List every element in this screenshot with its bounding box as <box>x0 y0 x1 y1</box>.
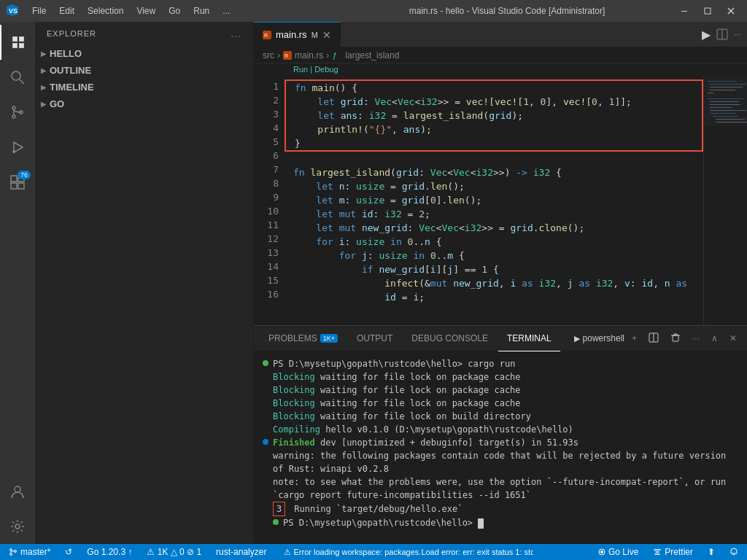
panel-tab-output[interactable]: OUTPUT <box>348 326 401 351</box>
breadcrumb-src[interactable]: src <box>263 50 274 61</box>
sidebar-hello-label: HELLO <box>50 48 82 59</box>
status-prettier[interactable]: Prettier <box>650 547 696 557</box>
symbol-icon: ƒ <box>332 51 341 60</box>
terminal-dot-green-2 <box>273 519 279 525</box>
status-error-message[interactable]: ! ⚠ Error loading workspace: packages.Lo… <box>278 548 533 557</box>
source-control-icon[interactable] <box>0 95 35 130</box>
panel-chevron-up[interactable]: ∧ <box>707 332 722 345</box>
status-sync[interactable]: ↺ <box>62 547 75 557</box>
code-content[interactable]: fn main() { let grid: Vec<Vec<i32>> = ve… <box>285 75 703 325</box>
terminal-label: TERMINAL <box>507 333 551 343</box>
sidebar-header: EXPLORER ... <box>35 22 253 45</box>
breadcrumb: src › R main.rs › ƒ largest_island <box>254 47 747 63</box>
terminal-line-running: 3 Running `target/debug/hello.exe` <box>263 502 738 516</box>
minimize-button[interactable] <box>674 1 694 21</box>
breadcrumb-file[interactable]: main.rs <box>295 50 323 61</box>
error-text: ⚠ Error loading workspace: packages.Load… <box>284 548 533 557</box>
run-debug-activity-icon[interactable] <box>0 130 35 165</box>
terminal-line-prompt: PS D:\mysetup\gopath\rustcode\hello> car… <box>263 357 738 370</box>
panel-tab-debug-console[interactable]: DEBUG CONSOLE <box>403 326 497 351</box>
code-line-1: fn main() { <box>286 81 702 95</box>
sidebar-item-hello[interactable]: ▶ HELLO <box>35 45 253 62</box>
minimap <box>703 75 747 325</box>
status-problems-count[interactable]: ⚠ 1K △ 0 ⊘ 1 <box>144 547 204 557</box>
close-button[interactable] <box>721 1 741 21</box>
menu-file[interactable]: File <box>26 4 52 18</box>
terminal-content[interactable]: PS D:\mysetup\gopath\rustcode\hello> car… <box>254 351 747 544</box>
status-branch[interactable]: master* <box>6 547 53 557</box>
sidebar-item-go[interactable]: ▶ GO <box>35 96 253 112</box>
code-line-12: for i: usize in 0..n { <box>285 235 703 249</box>
panel-close-button[interactable]: ✕ <box>725 332 741 345</box>
code-line-5: } <box>286 136 702 150</box>
breadcrumb-symbol[interactable]: largest_island <box>345 50 399 61</box>
menu-run[interactable]: Run <box>187 4 215 18</box>
terminal-line-blocking-1: Blocking waiting for file lock on packag… <box>263 370 738 384</box>
svg-point-9 <box>12 115 15 118</box>
svg-point-50 <box>10 553 12 556</box>
explorer-icon[interactable] <box>0 25 35 60</box>
tab-label: main.rs <box>276 29 307 40</box>
svg-marker-11 <box>14 142 23 152</box>
panel-add-button[interactable]: + <box>627 332 641 345</box>
terminal-line-blocking-2: Blocking waiting for file lock on packag… <box>263 384 738 397</box>
panel-tab-terminal[interactable]: TERMINAL <box>498 326 560 351</box>
menu-view[interactable]: View <box>131 4 161 18</box>
terminal-blocking-2: Blocking waiting for file lock on packag… <box>273 384 521 397</box>
code-editor[interactable]: 1 2 3 4 5 6 7 8 9 10 11 12 13 14 15 16 <box>254 75 747 325</box>
account-icon[interactable] <box>0 474 35 509</box>
code-line-7: fn largest_island(grid: Vec<Vec<i32>>) -… <box>285 166 703 179</box>
tab-close-button[interactable]: ✕ <box>322 29 331 41</box>
go-live-icon <box>598 548 605 556</box>
status-rust-analyzer[interactable]: rust-analyzer <box>213 547 269 557</box>
panel-tab-problems[interactable]: PROBLEMS 1K+ <box>260 326 347 351</box>
status-bell[interactable] <box>727 548 741 556</box>
run-button[interactable]: ▶ <box>702 28 711 42</box>
sidebar-go-label: GO <box>50 98 64 109</box>
panel-trash-button[interactable] <box>666 331 685 346</box>
menu-go[interactable]: Go <box>163 4 186 18</box>
svg-point-54 <box>600 551 603 553</box>
panel-more-button[interactable]: ··· <box>688 332 704 345</box>
tab-actions-more[interactable]: ··· <box>734 29 741 39</box>
split-editor-icon[interactable] <box>716 28 728 40</box>
sidebar-title: EXPLORER <box>47 29 96 38</box>
search-activity-icon[interactable] <box>0 60 35 95</box>
bell-icon <box>729 548 738 556</box>
svg-point-18 <box>15 524 20 529</box>
tab-main-rs[interactable]: R main.rs M ✕ <box>254 22 341 47</box>
chevron-right-icon-3: ▶ <box>41 83 47 91</box>
sidebar-item-timeline[interactable]: ▶ TIMELINE <box>35 79 253 96</box>
debug-console-label: DEBUG CONSOLE <box>411 333 488 343</box>
window-controls <box>674 1 741 21</box>
activity-bar: 76 <box>0 22 35 544</box>
menu-edit[interactable]: Edit <box>53 4 80 18</box>
svg-point-17 <box>15 486 20 492</box>
menu-more[interactable]: ... <box>217 4 236 18</box>
branch-icon <box>9 548 18 556</box>
maximize-button[interactable] <box>697 1 718 21</box>
menu-selection[interactable]: Selection <box>82 4 129 18</box>
sidebar-more-icon[interactable]: ... <box>231 28 241 39</box>
terminal-prompt-text: PS D:\mysetup\gopath\rustcode\hello> car… <box>273 357 515 370</box>
code-line-2: let grid: Vec<Vec<i32>> = vec![vec![1, 0… <box>286 95 702 109</box>
status-go-live[interactable]: Go Live <box>595 547 641 557</box>
file-icon-breadcrumb: R <box>283 51 292 60</box>
panel-split-button[interactable] <box>644 331 663 346</box>
run-debug-link[interactable]: Run | Debug <box>254 63 747 75</box>
app-icon: VS <box>6 4 19 19</box>
code-line-6 <box>285 152 703 166</box>
prettier-icon <box>653 548 662 556</box>
svg-rect-15 <box>11 183 17 189</box>
terminal-dot-blue <box>263 439 268 445</box>
sidebar-item-outline[interactable]: ▶ OUTLINE <box>35 62 253 79</box>
rust-analyzer-label: rust-analyzer <box>216 547 266 557</box>
extensions-icon[interactable]: 76 <box>0 165 35 200</box>
settings-icon[interactable] <box>0 509 35 544</box>
svg-point-6 <box>12 71 20 80</box>
status-go-version[interactable]: Go 1.20.3 ↑ <box>84 547 135 557</box>
status-upload[interactable]: ⬆ <box>705 547 718 557</box>
menu-area: VS File Edit Selection View Go Run ... <box>6 4 340 19</box>
terminal-note: note: to see what the problems were, use… <box>273 475 738 502</box>
terminal-compiling: Compiling hello v0.1.0 (D:\mysetup\gopat… <box>273 423 573 436</box>
